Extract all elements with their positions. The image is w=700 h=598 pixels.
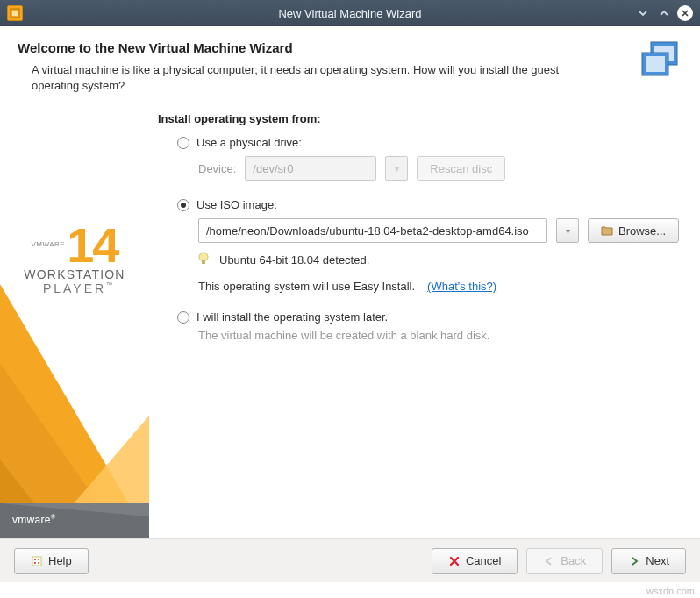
titlebar: New Virtual Machine Wizard (0, 0, 700, 26)
form-heading: Install operating system from: (158, 112, 682, 125)
next-button[interactable]: Next (611, 548, 686, 574)
welcome-heading: Welcome to the New Virtual Machine Wizar… (18, 40, 682, 55)
folder-icon (601, 224, 613, 237)
brand-prefix: VMWARE (32, 240, 66, 248)
welcome-header: Welcome to the New Virtual Machine Wizar… (0, 26, 700, 106)
wizard-icon (639, 40, 681, 82)
radio-physical-label: Use a physical drive: (196, 136, 302, 149)
brand-version: 14 (67, 217, 118, 273)
minimize-icon[interactable] (635, 5, 651, 21)
device-dropdown: ▾ (385, 156, 408, 181)
svg-rect-16 (38, 559, 39, 560)
svg-rect-1 (12, 11, 18, 16)
svg-rect-5 (646, 56, 665, 72)
detected-text: Ubuntu 64-bit 18.04 detected. (219, 253, 369, 267)
svg-rect-18 (38, 562, 39, 564)
easy-install-text: This operating system will use Easy Inst… (198, 280, 415, 293)
browse-button[interactable]: Browse... (588, 218, 679, 243)
main-form: Install operating system from: Use a phy… (149, 105, 700, 538)
radio-physical-drive[interactable] (177, 137, 189, 149)
lightbulb-icon (198, 252, 211, 267)
window-title: New Virtual Machine Wizard (0, 7, 700, 20)
brand-line1: WORKSTATION (0, 267, 149, 281)
app-icon (7, 5, 23, 21)
help-button[interactable]: Help (14, 548, 89, 574)
brand-footer: vmware® (12, 514, 55, 526)
back-arrow-icon (543, 555, 555, 567)
svg-rect-13 (202, 260, 205, 264)
later-note: The virtual machine will be created with… (198, 329, 682, 342)
next-arrow-icon (628, 555, 640, 567)
sidebar-graphic (0, 284, 149, 538)
iso-dropdown[interactable]: ▾ (556, 218, 579, 243)
window-controls (635, 5, 693, 21)
svg-point-12 (199, 253, 208, 261)
radio-iso-label: Use ISO image: (196, 198, 277, 211)
iso-path-input[interactable]: /home/neon/Downloads/ubuntu-18.04-beta2-… (198, 218, 547, 243)
sidebar-branding: VMWARE14 WORKSTATION PLAYER vmware® (0, 105, 149, 538)
svg-rect-15 (34, 559, 36, 560)
cancel-icon (448, 555, 461, 567)
help-icon (31, 555, 43, 567)
cancel-button[interactable]: Cancel (432, 548, 518, 574)
svg-rect-17 (34, 562, 36, 564)
watermark: wsxdn.com (646, 586, 695, 596)
radio-install-later[interactable] (177, 311, 189, 324)
device-label: Device: (198, 162, 236, 175)
back-button: Back (526, 548, 603, 574)
radio-later-label: I will install the operating system late… (196, 310, 388, 324)
wizard-footer: Help Cancel Back Next (0, 538, 700, 582)
whats-this-link[interactable]: (What's this?) (427, 280, 496, 293)
wizard-content: Welcome to the New Virtual Machine Wizar… (0, 26, 700, 538)
rescan-button: Rescan disc (417, 156, 505, 181)
radio-iso-image[interactable] (177, 199, 189, 211)
close-icon[interactable] (677, 5, 693, 21)
svg-rect-14 (32, 557, 41, 566)
welcome-description: A virtual machine is like a physical com… (32, 62, 593, 94)
device-input: /dev/sr0 (245, 156, 376, 181)
maximize-icon[interactable] (656, 5, 672, 21)
